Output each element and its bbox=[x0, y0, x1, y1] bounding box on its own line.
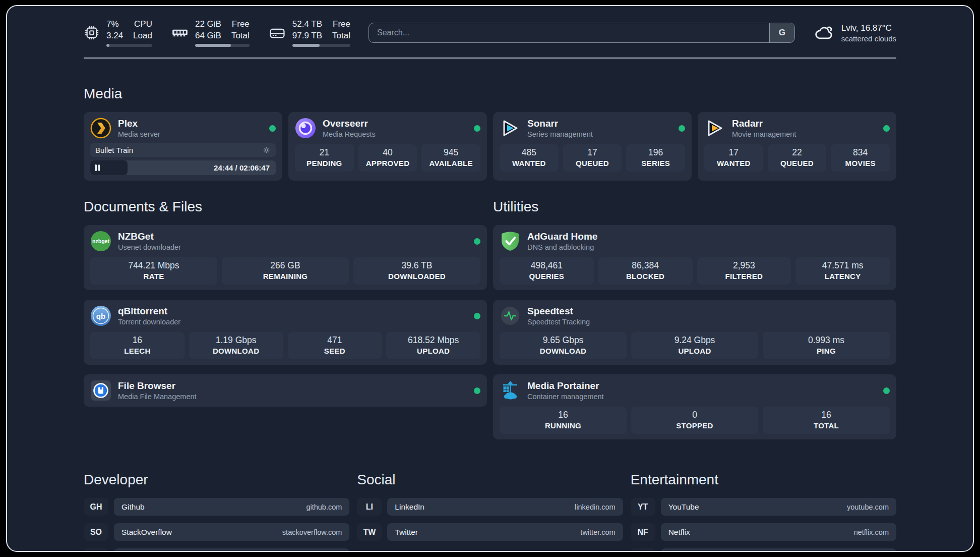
sonarr-icon bbox=[500, 118, 521, 139]
settings-gear-icon[interactable] bbox=[262, 146, 271, 154]
section-title-developer: Developer bbox=[84, 472, 349, 488]
card-subtitle: Media server bbox=[118, 130, 160, 138]
ram-icon bbox=[171, 24, 189, 41]
link-twitter[interactable]: TW Twittertwitter.com bbox=[357, 523, 623, 541]
disk-total-value: 97.9 TB bbox=[292, 30, 322, 41]
stat-tile: 498,461QUERIES bbox=[500, 257, 594, 285]
card-subtitle: DNS and adblocking bbox=[527, 243, 597, 251]
cpu-progressbar bbox=[106, 44, 152, 47]
link-github[interactable]: GH Githubgithub.com bbox=[84, 498, 349, 516]
plex-now-playing: Bullet Train 24:44 / 02:06:47 bbox=[90, 143, 276, 175]
cpu-percent: 7% bbox=[106, 19, 123, 30]
card-overseerr[interactable]: Overseerr Media Requests 21PENDING 40APP… bbox=[288, 112, 487, 181]
card-speedtest[interactable]: Speedtest Speedtest Tracking 9.65 GbpsDO… bbox=[493, 300, 896, 365]
link-abbr: LI bbox=[357, 498, 382, 516]
link-dev[interactable]: DT DEVdev.to bbox=[84, 548, 349, 552]
link-reddit[interactable]: RE Redditreddit.com bbox=[631, 548, 896, 552]
link-abbr: YT bbox=[631, 498, 655, 516]
card-nzbget[interactable]: nzbget NZBGet Usenet downloader 744.21 M… bbox=[84, 225, 487, 290]
section-title-utilities: Utilities bbox=[493, 199, 896, 215]
section-title-media: Media bbox=[84, 86, 896, 102]
disk-free-label: Free bbox=[332, 19, 350, 30]
link-abbr: SO bbox=[84, 523, 108, 541]
cpu-load-value: 3.24 bbox=[106, 30, 123, 41]
stat-tile: 47.571 msLATENCY bbox=[795, 257, 890, 285]
card-portainer[interactable]: Media Portainer Container management 16R… bbox=[493, 374, 896, 439]
ram-free-value: 22 GiB bbox=[195, 19, 221, 30]
card-qbittorrent[interactable]: qb qBittorrent Torrent downloader 16LEEC… bbox=[84, 300, 487, 365]
weather-condition: scattered clouds bbox=[841, 34, 896, 43]
card-title: File Browser bbox=[118, 380, 197, 392]
card-subtitle: Container management bbox=[527, 393, 604, 401]
card-plex[interactable]: Plex Media server Bullet Train bbox=[84, 112, 282, 181]
card-title: NZBGet bbox=[118, 231, 181, 242]
link-netflix[interactable]: NF Netflixnetflix.com bbox=[631, 523, 896, 541]
cpu-metric: 7%3.24 CPULoad bbox=[84, 19, 152, 46]
status-dot bbox=[474, 125, 480, 132]
ram-total-label: Total bbox=[231, 30, 250, 41]
developer-column: Developer GH Githubgithub.com SO StackOv… bbox=[84, 472, 349, 552]
card-sonarr[interactable]: Sonarr Series management 485WANTED 17QUE… bbox=[493, 112, 692, 181]
stat-tile: 17WANTED bbox=[704, 144, 763, 172]
status-dot bbox=[679, 125, 685, 132]
link-stackoverflow[interactable]: SO StackOverflowstackoverflow.com bbox=[84, 523, 349, 541]
stat-tile: 744.21 MbpsRATE bbox=[90, 257, 217, 285]
qbittorrent-icon: qb bbox=[90, 305, 111, 326]
plex-icon bbox=[90, 118, 111, 139]
pause-icon[interactable] bbox=[95, 164, 100, 171]
nzbget-icon: nzbget bbox=[90, 231, 111, 252]
search-input[interactable] bbox=[369, 23, 769, 42]
documents-column: Documents & Files nzbget NZBGet U bbox=[84, 199, 487, 439]
cpu-label: CPU bbox=[133, 19, 152, 30]
filebrowser-icon bbox=[90, 380, 111, 401]
stat-tile: 618.52 MbpsUPLOAD bbox=[386, 332, 480, 359]
ram-total-value: 64 GiB bbox=[195, 30, 221, 41]
disk-total-label: Total bbox=[332, 30, 350, 41]
card-subtitle: Series management bbox=[527, 130, 593, 138]
stat-tile: 40APPROVED bbox=[358, 144, 417, 172]
header-divider bbox=[84, 58, 896, 59]
search-engine-button[interactable]: G bbox=[769, 23, 794, 42]
card-radarr[interactable]: Radarr Movie management 17WANTED 22QUEUE… bbox=[698, 112, 896, 181]
stat-tile: 266 GBREMAINING bbox=[222, 257, 349, 285]
ram-metric: 22 GiB64 GiB FreeTotal bbox=[171, 19, 250, 46]
svg-text:qb: qb bbox=[96, 312, 105, 320]
cpu-icon bbox=[84, 25, 100, 41]
entertainment-column: Entertainment YT YouTubeyoutube.com NF N… bbox=[631, 472, 896, 552]
utilities-column: Utilities AdGuard Home bbox=[493, 199, 896, 439]
stat-tile: 945AVAILABLE bbox=[421, 144, 480, 172]
cloud-icon bbox=[813, 22, 834, 43]
stat-tile: 39.6 TBDOWNLOADED bbox=[353, 257, 480, 285]
radarr-icon bbox=[704, 118, 725, 139]
stat-tile: 9.65 GbpsDOWNLOAD bbox=[500, 332, 627, 359]
ram-progressbar bbox=[195, 44, 250, 47]
link-abbr: TW bbox=[357, 523, 382, 541]
link-abbr: NF bbox=[631, 523, 655, 541]
playback-progressbar[interactable]: 24:44 / 02:06:47 bbox=[90, 160, 276, 175]
weather-widget: Lviv, 16.87°C scattered clouds bbox=[813, 22, 896, 43]
stat-tile: 86,384BLOCKED bbox=[598, 257, 693, 285]
search-bar[interactable]: G bbox=[369, 23, 795, 43]
card-subtitle: Torrent downloader bbox=[118, 318, 180, 326]
stat-tile: 0STOPPED bbox=[631, 407, 758, 434]
link-linkedin[interactable]: LI LinkedInlinkedin.com bbox=[357, 498, 623, 516]
card-adguard[interactable]: AdGuard Home DNS and adblocking 498,461Q… bbox=[493, 225, 896, 290]
stat-tile: 16LEECH bbox=[90, 332, 185, 359]
card-filebrowser[interactable]: File Browser Media File Management bbox=[84, 374, 487, 407]
stat-tile: 21PENDING bbox=[295, 144, 354, 172]
dashboard: 7%3.24 CPULoad 22 bbox=[6, 5, 974, 552]
link-youtube[interactable]: YT YouTubeyoutube.com bbox=[631, 498, 896, 516]
stat-tile: 1.19 GbpsDOWNLOAD bbox=[189, 332, 283, 359]
media-grid: Plex Media server Bullet Train bbox=[84, 112, 896, 181]
card-subtitle: Movie management bbox=[732, 130, 796, 138]
stat-tile: 471SEED bbox=[288, 332, 382, 359]
portainer-icon bbox=[500, 380, 521, 401]
status-dot bbox=[474, 387, 480, 394]
playback-time: 24:44 / 02:06:47 bbox=[214, 163, 276, 172]
section-title-entertainment: Entertainment bbox=[631, 472, 896, 488]
card-title: qBittorrent bbox=[118, 306, 180, 317]
status-dot bbox=[883, 125, 890, 132]
section-title-social: Social bbox=[357, 472, 623, 488]
disk-progressbar bbox=[292, 44, 350, 47]
stat-tile: 16RUNNING bbox=[500, 407, 627, 434]
